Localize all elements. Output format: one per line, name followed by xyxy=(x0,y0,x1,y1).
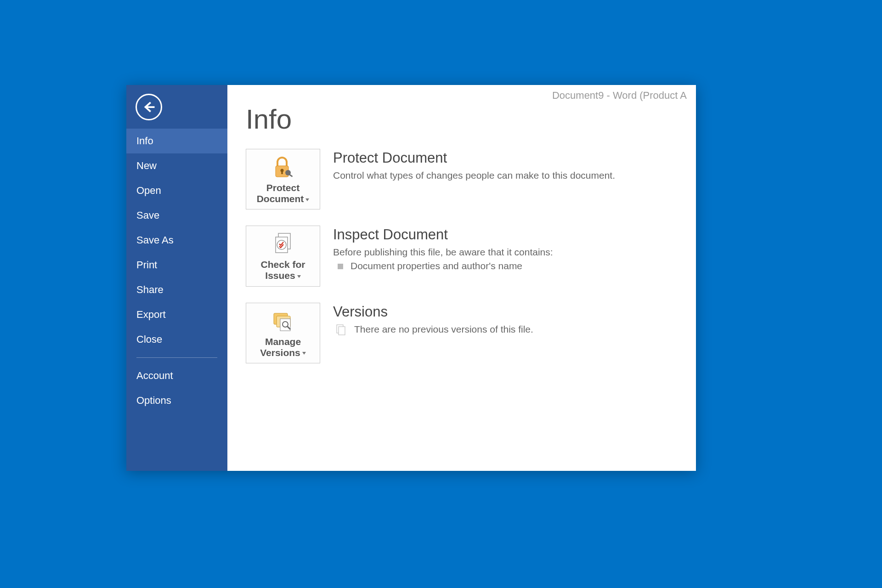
lock-icon xyxy=(249,155,317,181)
inspect-item-text: Document properties and author's name xyxy=(351,260,522,271)
document-stack-icon xyxy=(335,324,348,337)
menu-item-save-as[interactable]: Save As xyxy=(126,228,227,253)
square-bullet-icon xyxy=(338,264,343,269)
check-for-issues-button[interactable]: Check for Issues xyxy=(246,226,320,286)
svg-rect-2 xyxy=(281,170,283,174)
inspect-item: Document properties and author's name xyxy=(333,260,553,271)
backstage-menu: Info New Open Save Save As Print Share E… xyxy=(126,129,227,413)
inspect-body: Inspect Document Before publishing this … xyxy=(333,226,553,271)
window-title: Document9 - Word (Product A xyxy=(552,90,687,102)
versions-items: There are no previous versions of this f… xyxy=(333,324,533,337)
inspect-heading: Inspect Document xyxy=(333,226,553,243)
menu-divider xyxy=(136,357,217,358)
menu-item-open[interactable]: Open xyxy=(126,178,227,203)
menu-item-share[interactable]: Share xyxy=(126,277,227,302)
protect-heading: Protect Document xyxy=(333,150,615,166)
section-protect: Protect Document Protect Document Contro… xyxy=(246,149,678,209)
versions-heading: Versions xyxy=(333,304,533,320)
document-check-icon xyxy=(249,232,317,257)
inspect-description: Before publishing this file, be aware th… xyxy=(333,247,553,258)
section-versions: Manage Versions Versions There are no pr… xyxy=(246,303,678,363)
menu-item-save[interactable]: Save xyxy=(126,203,227,228)
protect-document-button[interactable]: Protect Document xyxy=(246,149,320,209)
info-panel: Document9 - Word (Product A Info Protect xyxy=(227,85,696,471)
menu-item-account[interactable]: Account xyxy=(126,363,227,388)
chevron-down-icon xyxy=(297,275,301,278)
versions-item: There are no previous versions of this f… xyxy=(333,324,533,337)
menu-item-info[interactable]: Info xyxy=(126,129,227,153)
word-backstage-window: Info New Open Save Save As Print Share E… xyxy=(126,85,696,471)
manage-versions-button[interactable]: Manage Versions xyxy=(246,303,320,363)
menu-item-new[interactable]: New xyxy=(126,153,227,178)
versions-folder-icon xyxy=(249,309,317,334)
menu-item-options[interactable]: Options xyxy=(126,388,227,413)
protect-document-label: Protect Document xyxy=(249,182,317,204)
chevron-down-icon xyxy=(302,352,306,355)
versions-body: Versions There are no previous versions … xyxy=(333,303,533,337)
chevron-down-icon xyxy=(305,198,309,201)
svg-rect-10 xyxy=(280,319,290,331)
inspect-items: Document properties and author's name xyxy=(333,260,553,271)
section-inspect: Check for Issues Inspect Document Before… xyxy=(246,226,678,286)
menu-item-export[interactable]: Export xyxy=(126,302,227,327)
back-area xyxy=(126,85,227,129)
page-title: Info xyxy=(246,103,678,135)
back-button[interactable] xyxy=(136,94,162,120)
check-for-issues-label: Check for Issues xyxy=(249,259,317,281)
versions-item-text: There are no previous versions of this f… xyxy=(354,324,533,335)
menu-item-print[interactable]: Print xyxy=(126,253,227,277)
backstage-sidebar: Info New Open Save Save As Print Share E… xyxy=(126,85,227,471)
protect-body: Protect Document Control what types of c… xyxy=(333,149,615,184)
protect-description: Control what types of changes people can… xyxy=(333,170,615,181)
svg-rect-14 xyxy=(339,327,345,335)
manage-versions-label: Manage Versions xyxy=(249,336,317,358)
menu-item-close[interactable]: Close xyxy=(126,327,227,352)
svg-rect-4 xyxy=(288,174,293,177)
arrow-left-icon xyxy=(142,100,156,114)
